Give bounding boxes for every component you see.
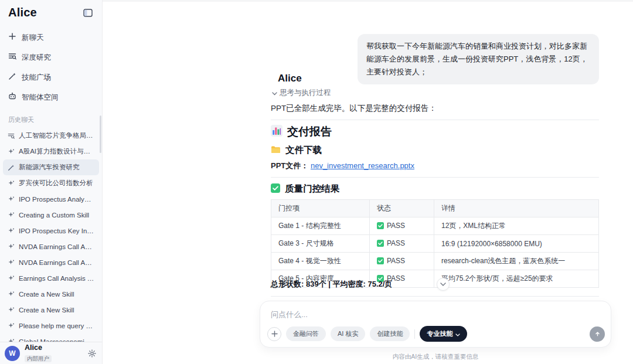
pill-finance-qa[interactable]: 金融问答 [286,326,326,341]
gear-icon[interactable] [88,349,96,358]
quality-title: 质量门控结果 [271,183,599,195]
divider [414,329,415,339]
quality-gates-table: 门控项 状态 详情 Gate 1 - 结构完整性 PASS 12页，XML结构正… [271,199,599,288]
sidebar-toggle-icon[interactable] [83,8,94,18]
pill-ai-verify[interactable]: AI 核实 [331,326,365,341]
ppt-file-line: PPT文件： nev_investment_research.pptx [271,161,599,171]
send-button[interactable] [590,326,605,342]
bar-chart-icon [271,125,283,140]
process-toggle[interactable]: 思考与执行过程 [272,88,331,98]
folder-icon [271,145,281,156]
ai-disclaimer: 内容由AI生成，请核查重要信息 [260,353,611,361]
history-list: 人工智能芯片竞争格局分析 A股AI算力指数设计与回测分析 新能源汽车投资研究 罗… [0,125,102,349]
user-profile[interactable]: W Alice 内部用户 [0,342,102,364]
plus-icon [8,32,16,43]
attach-button[interactable] [267,327,281,341]
user-name: Alice [25,344,88,352]
history-item[interactable]: A股AI算力指数设计与回测分析 [3,144,99,159]
assistant-name: Alice [278,73,302,84]
sidebar-item-deep-research[interactable]: 深度研究 [5,47,97,67]
avatar: W [5,346,20,361]
sidebar: Alice 新聊天 深度研究 技能广场 智能体空间 历史聊天 人工智能芯片竞争格… [0,0,103,364]
history-item[interactable]: 罗宾侠可比公司指数分析 [3,175,99,191]
sparkle-icon [8,180,15,187]
pro-skill-dropdown[interactable]: 专业技能 [420,326,467,342]
sparkle-icon [8,259,15,266]
user-badge: 内部用户 [25,355,52,362]
table-row: Gate 1 - 结构完整性 PASS 12页，XML结构正常 [271,217,599,235]
divider [271,296,599,297]
history-item[interactable]: Please help me query the i... [3,318,99,334]
table-row: Gate 4 - 视觉一致性 PASS research-clean浅色主题，蓝… [271,253,599,270]
history-item-selected[interactable]: 新能源汽车投资研究 [3,159,99,175]
divider [271,120,599,120]
wand-icon [8,72,16,83]
sparkle-icon [8,148,15,155]
process-toggle-label: 思考与执行过程 [280,88,331,98]
sparkle-icon [8,196,15,203]
deep-research-icon [8,52,16,63]
history-header: 历史聊天 [8,115,102,124]
history-item[interactable]: NVDA Earnings Call Analyzer [3,239,99,254]
sidebar-item-label: 技能广场 [22,73,51,83]
sparkle-icon [8,243,15,250]
sparkle-icon [8,275,15,282]
sparkle-icon [8,291,15,298]
top-strip [103,0,633,2]
app-logo: Alice [8,6,37,19]
divider [271,177,599,178]
sidebar-item-label: 智能体空间 [22,93,59,103]
history-item[interactable]: IPO Prospectus Analysis Skill [3,191,99,207]
files-title: 文件下载 [271,144,599,157]
ppt-file-label: PPT文件： [271,161,308,170]
history-item[interactable]: Creating a Custom Skill [3,207,99,223]
table-row: Gate 3 - 尺寸规格 PASS 16:9 (12192000×685800… [271,235,599,253]
history-item[interactable]: Create a New Skill [3,302,99,318]
sidebar-nav: 新聊天 深度研究 技能广场 智能体空间 [0,23,102,107]
assistant-intro: PPT已全部生成完毕。以下是完整的交付报告： [271,103,599,114]
scroll-to-bottom-button[interactable] [437,278,450,291]
history-item[interactable]: NVDA Earnings Call Analysis [3,254,99,270]
history-item[interactable]: 人工智能芯片竞争格局分析 [3,128,99,144]
deep-research-icon [8,132,15,140]
sparkle-icon [8,322,15,329]
chevron-down-icon [272,89,277,97]
history-item[interactable]: Create a New Skill [3,286,99,302]
pill-create-skill[interactable]: 创建技能 [370,326,410,341]
sidebar-scrollbar[interactable] [100,115,101,153]
pass-badge: PASS [377,239,405,247]
table-header-row: 门控项 状态 详情 [271,200,599,217]
message-input[interactable]: 问点什么... [271,309,308,320]
chevron-down-icon [455,331,460,338]
wand-icon [8,164,15,171]
pass-badge: PASS [377,222,405,230]
composer[interactable]: 问点什么... 金融问答 AI 核实 创建技能 专业技能 [260,301,611,348]
ppt-file-link[interactable]: nev_investment_research.pptx [311,161,414,170]
sparkle-icon [8,227,15,234]
report-title: 交付报告 [271,124,599,140]
history-item[interactable]: Earnings Call Analysis Tool [3,270,99,286]
sidebar-item-label: 深度研究 [22,53,51,63]
sparkle-icon [8,307,15,314]
sidebar-item-label: 新聊天 [22,33,44,43]
check-icon [271,183,280,195]
sidebar-item-agent-space[interactable]: 智能体空间 [5,87,97,107]
sidebar-item-new-chat[interactable]: 新聊天 [5,28,97,47]
sidebar-item-skill-plaza[interactable]: 技能广场 [5,67,97,87]
pass-badge: PASS [377,257,405,265]
chat-area: 帮我获取一下今年新能源汽车的销量和商业投资计划，对比多家新能源车企的发展前景，生… [103,0,633,364]
history-item[interactable]: IPO Prospectus Key Info Ext... [3,223,99,239]
robot-icon [8,92,16,103]
user-message: 帮我获取一下今年新能源汽车的销量和商业投资计划，对比多家新能源车企的发展前景，生… [358,34,599,84]
shapes-summary: 总形状数: 839个 | 平均密度: 75.2/页 [271,279,599,290]
sparkle-icon [8,212,15,219]
